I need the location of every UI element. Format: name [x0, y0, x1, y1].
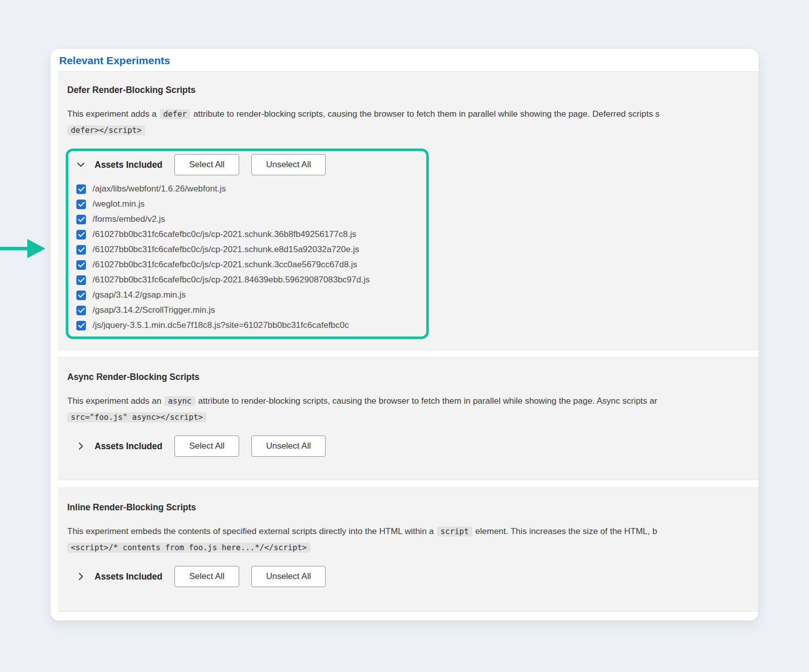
description-text: attribute to render-blocking scripts, ca… [198, 396, 657, 406]
experiment-description: This experiment embeds the contents of s… [67, 524, 758, 555]
asset-checkbox[interactable] [76, 275, 86, 285]
inline-code-chip: defer></script> [67, 125, 145, 135]
asset-path-label: /ajax/libs/webfont/1.6.26/webfont.js [93, 184, 226, 194]
description-text: This experiment adds an [67, 396, 161, 406]
description-line: src="foo.js" async></script> [67, 410, 758, 425]
assets-header: Assets Included Select All Unselect All [67, 566, 758, 587]
assets-included-label: Assets Included [95, 571, 162, 582]
assets-included-label: Assets Included [95, 160, 162, 170]
asset-checkbox[interactable] [76, 245, 86, 255]
description-line: defer></script> [67, 123, 758, 138]
experiment-section-async: Async Render-Blocking Scripts This exper… [59, 357, 758, 480]
chevron-right-icon[interactable] [75, 571, 86, 582]
asset-row: /js/jquery-3.5.1.min.dc5e7f18c8.js?site=… [67, 318, 758, 333]
unselect-all-button[interactable]: Unselect All [251, 566, 326, 587]
inline-code-chip: defer [160, 109, 191, 119]
asset-row: /forms/embed/v2.js [67, 212, 758, 227]
asset-path-label: /gsap/3.14.2/ScrollTrigger.min.js [93, 305, 215, 315]
asset-row: /61027bb0bc31fc6cafefbc0c/js/cp-2021.sch… [67, 257, 758, 272]
asset-path-label: /gsap/3.14.2/gsap.min.js [93, 290, 186, 300]
asset-path-label: /61027bb0bc31fc6cafefbc0c/js/cp-2021.sch… [93, 229, 356, 239]
asset-path-label: /weglot.min.js [93, 199, 145, 209]
experiment-section-inline: Inline Render-Blocking Scripts This expe… [59, 488, 758, 612]
experiment-description: This experiment adds adeferattribute to … [67, 107, 758, 138]
description-line: <script>/* contents from foo.js here...*… [67, 540, 758, 555]
asset-list: /ajax/libs/webfont/1.6.26/webfont.js /we… [67, 181, 758, 333]
asset-row: /weglot.min.js [67, 197, 758, 212]
asset-path-label: /61027bb0bc31fc6cafefbc0c/js/cp-2021.sch… [93, 260, 357, 270]
asset-checkbox[interactable] [76, 215, 86, 224]
unselect-all-button[interactable]: Unselect All [251, 154, 326, 175]
inline-code-chip: script [437, 526, 472, 537]
description-line: This experiment adds anasyncattribute to… [67, 394, 758, 409]
asset-path-label: /js/jquery-3.5.1.min.dc5e7f18c8.js?site=… [93, 320, 349, 330]
experiment-title: Inline Render-Blocking Scripts [67, 502, 758, 513]
select-all-button[interactable]: Select All [174, 154, 239, 175]
asset-checkbox[interactable] [76, 291, 86, 300]
asset-checkbox[interactable] [76, 306, 86, 315]
asset-path-label: /61027bb0bc31fc6cafefbc0c/js/cp-2021.sch… [93, 245, 359, 255]
unselect-all-button[interactable]: Unselect All [251, 436, 326, 457]
asset-row: /ajax/libs/webfont/1.6.26/webfont.js [67, 181, 758, 197]
asset-row: /61027bb0bc31fc6cafefbc0c/js/cp-2021.846… [67, 272, 758, 287]
asset-checkbox[interactable] [76, 260, 86, 270]
asset-checkbox[interactable] [76, 184, 86, 194]
inline-code-chip: <script>/* contents from foo.js here...*… [67, 543, 310, 553]
annotation-arrow-icon [0, 237, 47, 260]
chevron-right-icon[interactable] [75, 441, 86, 452]
asset-row: /61027bb0bc31fc6cafefbc0c/js/cp-2021.sch… [67, 227, 758, 242]
chevron-down-icon[interactable] [75, 159, 86, 170]
asset-path-label: /forms/embed/v2.js [93, 214, 165, 224]
assets-included-panel: Assets Included Select All Unselect All [67, 566, 758, 587]
relevant-experiments-card: Relevant Experiments Defer Render-Blocki… [51, 49, 758, 620]
asset-row: /61027bb0bc31fc6cafefbc0c/js/cp-2021.sch… [67, 242, 758, 257]
inline-code-chip: src="foo.js" async></script> [67, 412, 206, 422]
experiment-title: Defer Render-Blocking Scripts [67, 85, 758, 95]
asset-checkbox[interactable] [76, 200, 86, 209]
asset-row: /gsap/3.14.2/gsap.min.js [67, 287, 758, 303]
description-text: attribute to render-blocking scripts, ca… [193, 109, 659, 119]
description-text: element. This increases the size of the … [475, 526, 657, 536]
asset-checkbox[interactable] [76, 321, 86, 330]
description-text: This experiment embeds the contents of s… [67, 526, 434, 536]
experiment-section-defer: Defer Render-Blocking Scripts This exper… [59, 71, 758, 350]
description-line: This experiment adds adeferattribute to … [67, 107, 758, 122]
description-line: This experiment embeds the contents of s… [67, 524, 758, 539]
experiment-title: Async Render-Blocking Scripts [67, 372, 758, 382]
asset-path-label: /61027bb0bc31fc6cafefbc0c/js/cp-2021.846… [93, 275, 370, 285]
select-all-button[interactable]: Select All [174, 436, 239, 457]
assets-included-panel: Assets Included Select All Unselect All … [67, 154, 758, 333]
asset-row: /gsap/3.14.2/ScrollTrigger.min.js [67, 303, 758, 318]
assets-included-panel: Assets Included Select All Unselect All [67, 436, 758, 457]
assets-included-label: Assets Included [95, 441, 162, 452]
description-text: This experiment adds a [67, 109, 157, 119]
select-all-button[interactable]: Select All [174, 566, 239, 587]
experiment-description: This experiment adds anasyncattribute to… [67, 394, 758, 425]
assets-header: Assets Included Select All Unselect All [67, 436, 758, 457]
inline-code-chip: async [164, 396, 195, 406]
assets-header: Assets Included Select All Unselect All [67, 154, 758, 175]
page-title: Relevant Experiments [51, 49, 758, 71]
asset-checkbox[interactable] [76, 230, 86, 239]
